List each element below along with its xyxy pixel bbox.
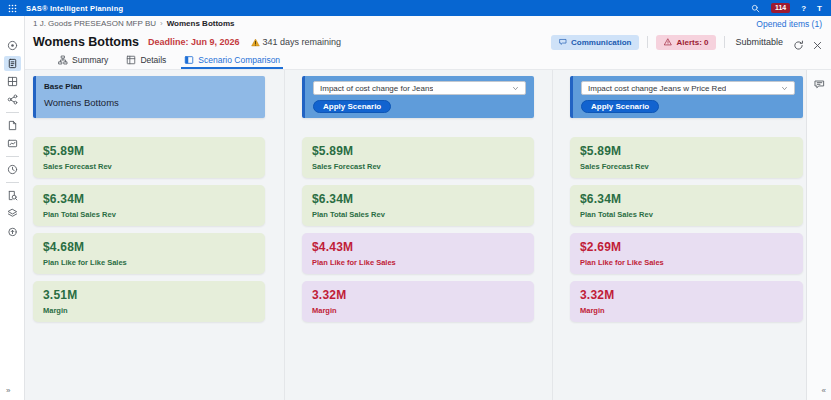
tab-scenario-comparison[interactable]: Scenario Comparison (181, 53, 283, 69)
clock-settings-icon (7, 164, 18, 175)
sidebar-expand-button[interactable]: » (0, 386, 10, 395)
base-plan-subtitle: Womens Bottoms (44, 97, 257, 108)
avatar[interactable]: T (817, 4, 822, 13)
header-controls: Communication Alerts: 0 Submittable (551, 35, 823, 50)
metric-value: $5.89M (580, 144, 793, 158)
base-plan-title: Base Plan (44, 82, 257, 91)
summary-icon (58, 55, 68, 65)
scenario-select[interactable]: Impact cost change Jeans w Price Red (581, 81, 795, 95)
metric-label: Sales Forecast Rev (312, 162, 524, 171)
breadcrumb: 1 J. Goods PRESEASON MFP BU › Womens Bot… (25, 16, 831, 31)
metric-card-plan-like-for-like-sales: $4.68MPlan Like for Like Sales (33, 233, 265, 274)
apps-grid-icon (8, 4, 17, 13)
sidebar-item-explore[interactable] (4, 38, 21, 53)
sidebar-items (4, 38, 21, 242)
metric-label: Margin (580, 306, 793, 315)
communication-button[interactable]: Communication (551, 35, 639, 50)
sidebar-item-clock-upload[interactable] (4, 224, 21, 239)
scenario-select-value: Impact cost change Jeans w Price Red (588, 84, 726, 93)
clock-upload-icon (7, 226, 18, 237)
notification-badge[interactable]: 114 (771, 3, 790, 13)
apply-scenario-button[interactable]: Apply Scenario (313, 100, 391, 113)
help-button[interactable]: ? (801, 4, 806, 13)
rail-collapse-button[interactable]: « (822, 386, 826, 395)
divider (647, 36, 648, 48)
sidebar-item-chart[interactable] (4, 136, 21, 151)
alert-icon (664, 38, 672, 46)
tab-label: Scenario Comparison (198, 55, 280, 65)
sidebar-divider (6, 182, 19, 183)
scenario-select-value: Impact of cost change for Jeans (320, 84, 433, 93)
details-icon (126, 55, 136, 65)
top-app-bar: SAS® Intelligent Planning 114 ? T (0, 0, 831, 16)
metric-card-plan-total-sales-rev: $6.34MPlan Total Sales Rev (302, 185, 534, 226)
communication-label: Communication (571, 38, 631, 47)
comment-icon (814, 79, 825, 90)
metric-value: $4.43M (312, 240, 524, 254)
metric-value: $5.89M (43, 144, 255, 158)
scenario-select[interactable]: Impact of cost change for Jeans (313, 81, 526, 95)
grid-icon (7, 76, 18, 87)
apply-scenario-button[interactable]: Apply Scenario (581, 100, 659, 113)
metric-card-sales-forecast-rev: $5.89MSales Forecast Rev (33, 137, 265, 178)
right-rail: « (806, 70, 831, 400)
alerts-button[interactable]: Alerts: 0 (656, 35, 716, 50)
sidebar-item-clock-settings[interactable] (4, 162, 21, 177)
scenario-panel: Impact cost change Jeans w Price RedAppl… (570, 76, 803, 118)
metric-label: Plan Like for Like Sales (43, 258, 255, 267)
report-icon (7, 58, 18, 69)
close-icon (812, 40, 823, 51)
explore-icon (7, 40, 18, 51)
metric-value: $5.89M (312, 144, 524, 158)
sidebar-item-stack[interactable] (4, 206, 21, 221)
metric-value: $2.69M (580, 240, 793, 254)
metric-value: 3.32M (312, 288, 524, 302)
chart-icon (7, 138, 18, 149)
sidebar-item-report[interactable] (4, 56, 21, 71)
page-header: Womens Bottoms Deadline: Jun 9, 2026 341… (25, 31, 831, 53)
base-plan-panel: Base PlanWomens Bottoms (33, 76, 265, 118)
breadcrumb-parent[interactable]: 1 J. Goods PRESEASON MFP BU (33, 19, 156, 28)
chevron-down-icon (512, 85, 519, 92)
metric-cards: $5.89MSales Forecast Rev$6.34MPlan Total… (302, 137, 534, 322)
refresh-button[interactable] (793, 37, 804, 48)
breadcrumb-separator: › (160, 19, 163, 28)
metric-card-plan-like-for-like-sales: $2.69MPlan Like for Like Sales (570, 233, 803, 274)
metric-label: Plan Total Sales Rev (43, 210, 255, 219)
sidebar-divider (6, 112, 19, 113)
days-remaining-wrap: 341 days remaining (251, 37, 342, 47)
breadcrumb-current: Womens Bottoms (167, 19, 235, 28)
communication-icon (559, 38, 567, 46)
apps-menu-button[interactable] (0, 0, 25, 16)
sidebar-item-share[interactable] (4, 92, 21, 107)
opened-items-link[interactable]: Opened items (1) (756, 19, 822, 29)
metric-card-plan-total-sales-rev: $6.34MPlan Total Sales Rev (570, 185, 803, 226)
tab-bar: SummaryDetailsScenario Comparison (25, 53, 831, 70)
metric-value: $6.34M (43, 192, 255, 206)
left-sidebar: » (0, 16, 25, 400)
metric-label: Sales Forecast Rev (43, 162, 255, 171)
sidebar-item-grid[interactable] (4, 74, 21, 89)
metric-card-plan-total-sales-rev: $6.34MPlan Total Sales Rev (33, 185, 265, 226)
metric-value: $6.34M (312, 192, 524, 206)
scenario-column-2: Impact cost change Jeans w Price RedAppl… (570, 76, 803, 322)
tab-details[interactable]: Details (123, 53, 169, 69)
tab-label: Details (140, 55, 166, 65)
metric-card-margin: 3.32MMargin (302, 281, 534, 322)
metric-label: Margin (312, 306, 524, 315)
deadline-text: Deadline: Jun 9, 2026 (148, 37, 240, 47)
metric-cards: $5.89MSales Forecast Rev$6.34MPlan Total… (570, 137, 803, 322)
base-plan-column: Base PlanWomens Bottoms$5.89MSales Forec… (33, 76, 265, 322)
metric-cards: $5.89MSales Forecast Rev$6.34MPlan Total… (33, 137, 265, 322)
close-button[interactable] (812, 37, 823, 48)
search-icon[interactable] (751, 4, 760, 13)
metric-value: $6.34M (580, 192, 793, 206)
scenario-comparison-content: Base PlanWomens Bottoms$5.89MSales Forec… (25, 70, 806, 400)
sidebar-item-document-search[interactable] (4, 188, 21, 203)
tab-summary[interactable]: Summary (55, 53, 111, 69)
tab-label: Summary (72, 55, 108, 65)
comments-button[interactable] (807, 74, 831, 94)
refresh-icon (793, 40, 804, 51)
metric-card-margin: 3.32MMargin (570, 281, 803, 322)
sidebar-item-document[interactable] (4, 118, 21, 133)
